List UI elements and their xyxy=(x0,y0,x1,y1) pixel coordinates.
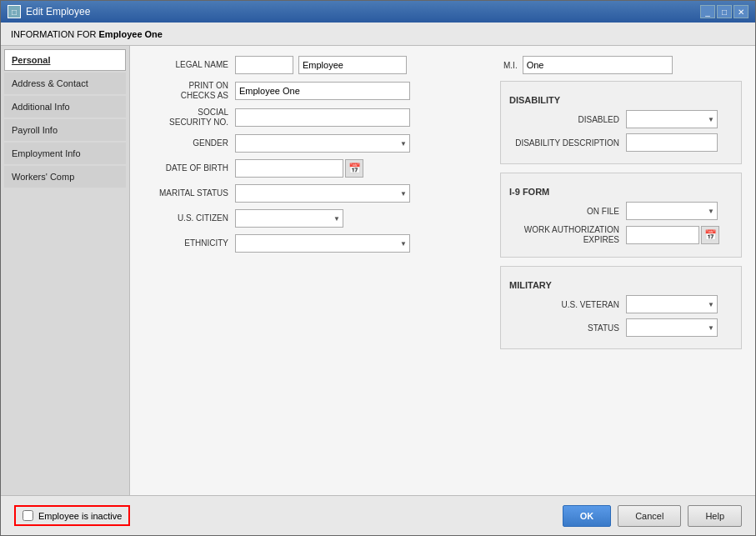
disabled-select[interactable]: Yes No xyxy=(626,110,718,128)
work-auth-expires-input-wrap: 📅 xyxy=(626,226,719,244)
i9-section: I-9 FORM ON FILE Yes No xyxy=(500,173,742,258)
window-icon: □ xyxy=(8,5,21,18)
maximize-button[interactable]: □ xyxy=(717,5,732,18)
form-left: LEGAL NAME PRINT ONCHECKS AS xyxy=(143,56,483,358)
status-select-wrapper: Active Inactive xyxy=(626,318,718,337)
status-label: STATUS xyxy=(509,323,626,333)
last-name-input[interactable] xyxy=(298,56,407,74)
disabled-row: DISABLED Yes No xyxy=(509,110,733,128)
marital-status-select[interactable]: Single Married xyxy=(235,184,410,203)
social-security-row: SOCIALSECURITY NO. xyxy=(143,108,483,128)
us-veteran-label: U.S. VETERAN xyxy=(509,300,626,309)
us-citizen-label: U.S. CITIZEN xyxy=(143,213,235,223)
minimize-button[interactable]: _ xyxy=(700,5,715,18)
on-file-select-wrapper: Yes No xyxy=(626,202,718,220)
legal-name-inputs xyxy=(235,56,483,74)
disability-description-label: DISABILITY DESCRIPTION xyxy=(509,138,626,148)
date-of-birth-input-wrap: 📅 xyxy=(235,159,363,178)
sidebar-item-workers-comp[interactable]: Workers' Comp xyxy=(4,166,126,188)
disabled-label: DISABLED xyxy=(509,115,626,124)
form-right: M.I. DISABILITY DISABLED Yes xyxy=(500,56,742,358)
disability-section-header: DISABILITY xyxy=(509,95,733,105)
sidebar-item-additional-info[interactable]: Additional Info xyxy=(4,96,126,118)
ethnicity-row: ETHNICITY Hispanic or Latino White Black… xyxy=(143,234,483,253)
bottom-buttons: OK Cancel Help xyxy=(563,505,742,527)
edit-employee-window: □ Edit Employee _ □ ✕ INFORMATION FOR Em… xyxy=(0,0,756,536)
sidebar-item-payroll-info[interactable]: Payroll Info xyxy=(4,119,126,141)
sidebar-item-employment-info[interactable]: Employment Info xyxy=(4,143,126,164)
on-file-label: ON FILE xyxy=(509,207,626,216)
info-bar: INFORMATION FOR Employee One xyxy=(1,23,755,46)
title-bar-left: □ Edit Employee xyxy=(8,5,90,18)
sidebar-item-address-contact[interactable]: Address & Contact xyxy=(4,73,126,94)
employee-inactive-label[interactable]: Employee is inactive xyxy=(38,511,122,521)
us-citizen-row: U.S. CITIZEN Yes No xyxy=(143,209,483,228)
marital-status-select-wrapper: Single Married xyxy=(235,184,410,203)
help-button[interactable]: Help xyxy=(688,505,742,527)
disabled-select-wrapper: Yes No xyxy=(626,110,718,128)
ethnicity-label: ETHNICITY xyxy=(143,238,235,248)
form-area: LEGAL NAME PRINT ONCHECKS AS xyxy=(130,46,755,495)
social-security-input[interactable] xyxy=(235,108,410,127)
work-auth-expires-input[interactable] xyxy=(626,226,699,244)
info-label: INFORMATION FOR xyxy=(11,29,96,39)
title-bar: □ Edit Employee _ □ ✕ xyxy=(1,1,755,23)
gender-select[interactable]: Male Female xyxy=(235,134,410,153)
status-select[interactable]: Active Inactive xyxy=(626,318,718,337)
on-file-select[interactable]: Yes No xyxy=(626,202,718,220)
us-veteran-row: U.S. VETERAN Yes No xyxy=(509,295,733,313)
ethnicity-select[interactable]: Hispanic or Latino White Black or Africa… xyxy=(235,234,410,253)
ok-button[interactable]: OK xyxy=(563,505,612,527)
date-of-birth-input[interactable] xyxy=(235,159,343,178)
sidebar: Personal Address & Contact Additional In… xyxy=(1,46,130,495)
print-on-checks-row: PRINT ONCHECKS AS xyxy=(143,81,483,101)
window-title: Edit Employee xyxy=(26,6,90,18)
title-bar-controls: _ □ ✕ xyxy=(700,5,748,18)
status-row: STATUS Active Inactive xyxy=(509,318,733,337)
marital-status-row: MARITAL STATUS Single Married xyxy=(143,184,483,203)
work-auth-expires-row: WORK AUTHORIZATIONEXPIRES 📅 xyxy=(509,225,733,245)
print-on-checks-input[interactable] xyxy=(235,82,410,100)
employee-inactive-section: Employee is inactive xyxy=(14,505,130,526)
us-citizen-select-wrapper: Yes No xyxy=(235,209,343,228)
date-of-birth-row: DATE OF BIRTH 📅 xyxy=(143,159,483,178)
gender-label: GENDER xyxy=(143,138,235,148)
mi-label: M.I. xyxy=(503,61,518,70)
main-content: Personal Address & Contact Additional In… xyxy=(1,46,755,495)
work-auth-calendar-button[interactable]: 📅 xyxy=(701,226,719,244)
legal-name-row: LEGAL NAME xyxy=(143,56,483,74)
us-veteran-select-wrapper: Yes No xyxy=(626,295,718,313)
first-name-input[interactable] xyxy=(235,56,293,74)
date-of-birth-calendar-button[interactable]: 📅 xyxy=(345,159,363,178)
military-section: MILITARY U.S. VETERAN Yes No xyxy=(500,266,742,349)
cancel-button[interactable]: Cancel xyxy=(618,505,681,527)
us-citizen-select[interactable]: Yes No xyxy=(235,209,343,228)
employee-name-display: Employee One xyxy=(99,29,163,39)
date-of-birth-label: DATE OF BIRTH xyxy=(143,163,235,173)
print-on-checks-label: PRINT ONCHECKS AS xyxy=(143,81,235,101)
employee-inactive-checkbox[interactable] xyxy=(23,510,33,521)
disability-description-row: DISABILITY DESCRIPTION xyxy=(509,133,733,152)
gender-select-wrapper: Male Female xyxy=(235,134,410,153)
ethnicity-select-wrapper: Hispanic or Latino White Black or Africa… xyxy=(235,234,410,253)
us-veteran-select[interactable]: Yes No xyxy=(626,295,718,313)
bottom-bar: Employee is inactive OK Cancel Help xyxy=(1,495,755,535)
disability-section: DISABILITY DISABLED Yes No xyxy=(500,81,742,164)
form-grid: LEGAL NAME PRINT ONCHECKS AS xyxy=(143,56,742,358)
social-security-label: SOCIALSECURITY NO. xyxy=(143,108,235,128)
i9-section-header: I-9 FORM xyxy=(509,187,733,197)
on-file-row: ON FILE Yes No xyxy=(509,202,733,220)
marital-status-label: MARITAL STATUS xyxy=(143,188,235,198)
mi-row: M.I. xyxy=(500,56,742,74)
disability-description-input[interactable] xyxy=(626,133,718,152)
legal-name-label: LEGAL NAME xyxy=(143,60,235,70)
mi-input[interactable] xyxy=(523,56,673,74)
work-auth-expires-label: WORK AUTHORIZATIONEXPIRES xyxy=(509,225,626,245)
close-button[interactable]: ✕ xyxy=(733,5,748,18)
sidebar-item-personal[interactable]: Personal xyxy=(4,49,126,71)
gender-row: GENDER Male Female xyxy=(143,134,483,153)
military-section-header: MILITARY xyxy=(509,280,733,290)
